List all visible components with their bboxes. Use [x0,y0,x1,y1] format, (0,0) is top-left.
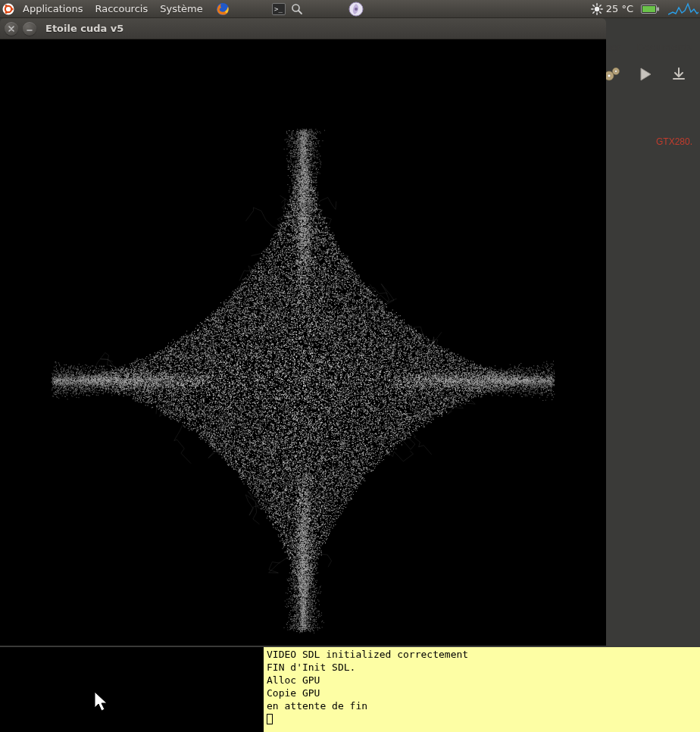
temperature-label: 25 °C [606,3,633,14]
svg-point-3 [615,70,617,73]
svg-point-6 [11,8,13,10]
menu-applications[interactable]: Applications [17,0,89,18]
activity-graph-icon[interactable] [668,2,698,17]
close-button[interactable] [5,22,18,36]
svg-line-13 [298,11,302,14]
svg-rect-27 [642,6,655,12]
play-icon[interactable] [633,62,658,86]
empty-black-region [0,647,264,732]
ide-toolbar [600,58,697,91]
search-icon[interactable] [288,0,306,18]
gnome-top-panel: Applications Raccourcis Système >_ [0,0,700,18]
menu-raccourcis[interactable]: Raccourcis [89,0,154,18]
battery-indicator[interactable] [641,4,665,14]
download-icon[interactable] [667,62,691,86]
ide-menu-item[interactable]: Documents [629,42,700,53]
svg-line-24 [599,5,601,6]
svg-line-22 [599,11,601,13]
svg-point-1 [608,74,611,77]
terminal-cursor [267,714,273,724]
ide-gpu-label: GTX280. [656,136,692,147]
terminal-line: Copie GPU [267,687,320,699]
weather-indicator[interactable]: 25 °C [583,3,641,15]
terminal-line: Alloc GPU [267,674,320,686]
minimize-button[interactable] [23,22,36,36]
svg-point-16 [595,6,599,11]
terminal-launcher-icon[interactable]: >_ [270,0,288,18]
terminal-line: VIDEO SDL initialized correctement [267,649,468,660]
firefox-icon[interactable] [214,0,232,18]
app-launcher-icon[interactable] [347,0,365,18]
svg-rect-26 [657,7,659,11]
terminal-output[interactable]: VIDEO SDL initialized correctement FIN d… [264,647,700,732]
simulation-window: Etoile cuda v5 [0,18,606,646]
window-titlebar[interactable]: Etoile cuda v5 [0,18,606,39]
svg-point-7 [5,4,8,6]
svg-line-21 [593,5,595,6]
svg-point-8 [5,11,8,13]
window-title: Etoile cuda v5 [41,23,123,34]
svg-line-23 [593,11,595,13]
simulation-canvas-area[interactable] [0,39,606,646]
terminal-line: FIN d'Init SDL. [267,662,355,673]
ide-menu-bar: guer Documents [591,38,700,56]
svg-text:>_: >_ [274,5,283,13]
ubuntu-logo-icon[interactable] [0,1,17,17]
simulation-canvas [0,39,606,646]
terminal-line: en attente de fin [267,700,367,712]
menu-systeme[interactable]: Système [154,0,208,18]
svg-point-15 [355,8,358,11]
sun-icon [591,3,603,15]
